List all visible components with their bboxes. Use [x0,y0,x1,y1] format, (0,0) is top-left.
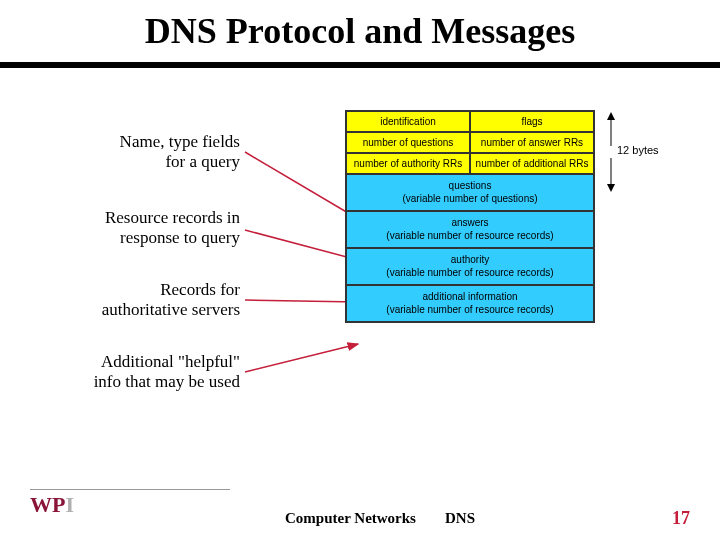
footer-topic: DNS [445,510,475,527]
cell-flags: flags [470,111,594,132]
cell-identification: identification [346,111,470,132]
wpi-logo: WPI [30,492,74,518]
slide: DNS Protocol and Messages Name, type fie… [0,0,720,540]
svg-marker-6 [607,112,615,120]
label-query-fields: Name, type fields for a query [120,132,240,171]
footer-divider [30,489,230,490]
section-title: questions [449,180,492,191]
section-sub: (variable number of resource records) [386,230,553,241]
bracket-label: 12 bytes [617,144,659,156]
svg-line-1 [245,230,358,260]
svg-marker-7 [607,184,615,192]
section-sub: (variable number of questions) [402,193,537,204]
logo-letter: I [65,492,74,517]
slide-title: DNS Protocol and Messages [0,0,720,52]
cell-num-answers: number of answer RRs [470,132,594,153]
section-additional: additional information (variable number … [346,285,594,322]
label-line: authoritative servers [102,300,240,319]
cell-num-additional: number of additional RRs [470,153,594,174]
svg-line-0 [245,152,360,220]
title-underline [0,62,720,68]
footer-course: Computer Networks [285,510,416,527]
section-title: additional information [422,291,517,302]
label-resource-records: Resource records in response to query [105,208,240,247]
cell-num-questions: number of questions [346,132,470,153]
label-line: Records for [160,280,240,299]
header-row-2: number of questions number of answer RRs [346,132,594,153]
label-authority-records: Records for authoritative servers [102,280,240,319]
section-authority: authority (variable number of resource r… [346,248,594,285]
logo-letter: W [30,492,52,517]
section-questions: questions (variable number of questions) [346,174,594,211]
label-line: info that may be used [94,372,240,391]
section-sub: (variable number of resource records) [386,304,553,315]
section-sub: (variable number of resource records) [386,267,553,278]
section-title: authority [451,254,489,265]
page-number: 17 [672,508,690,529]
section-answers: answers (variable number of resource rec… [346,211,594,248]
label-line: Additional "helpful" [101,352,240,371]
content-area: Name, type fields for a query Resource r… [0,90,720,490]
section-title: answers [451,217,488,228]
label-line: Resource records in [105,208,240,227]
header-row-1: identification flags [346,111,594,132]
header-row-3: number of authority RRs number of additi… [346,153,594,174]
svg-line-2 [245,300,358,302]
logo-letter: P [52,492,65,517]
header-size-bracket: 12 bytes [605,112,660,190]
label-line: response to query [120,228,240,247]
svg-line-3 [245,344,358,372]
label-line: for a query [165,152,240,171]
label-additional-info: Additional "helpful" info that may be us… [94,352,240,391]
cell-num-authority: number of authority RRs [346,153,470,174]
dns-message-diagram: identification flags number of questions… [345,110,595,323]
label-line: Name, type fields [120,132,240,151]
